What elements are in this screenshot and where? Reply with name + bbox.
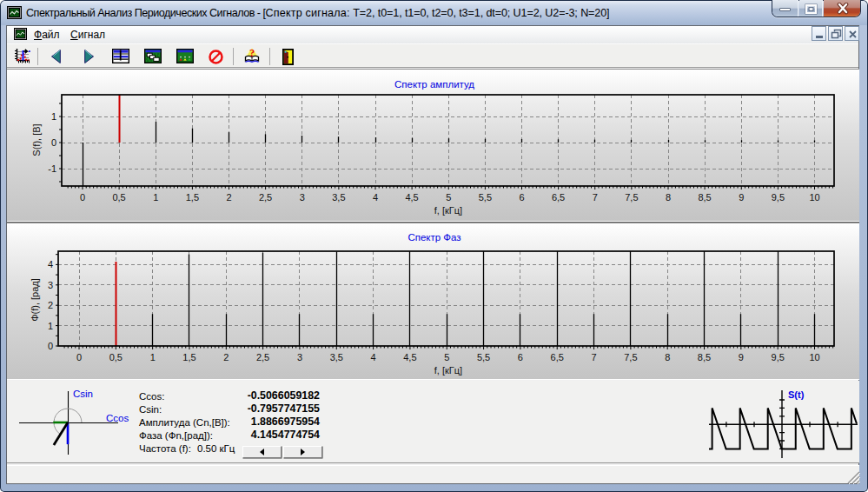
svg-text:Спектр амплитуд: Спектр амплитуд [394, 79, 474, 90]
svg-text:S(t): S(t) [788, 389, 805, 400]
svg-text:5: 5 [446, 192, 451, 203]
svg-text:7,5: 7,5 [625, 192, 638, 203]
svg-text:0: 0 [76, 352, 82, 362]
svg-text:9,5: 9,5 [772, 352, 785, 362]
svg-text:2: 2 [226, 192, 231, 203]
svg-text:9: 9 [739, 352, 744, 362]
svg-text:1: 1 [150, 352, 156, 362]
svg-text:5,5: 5,5 [479, 192, 492, 203]
svg-text:2,5: 2,5 [259, 192, 272, 203]
svg-text:6: 6 [519, 192, 524, 203]
svg-text:10: 10 [809, 192, 819, 203]
svg-text:4: 4 [48, 259, 53, 269]
svg-text:f, [кГц]: f, [кГц] [434, 205, 462, 216]
svg-text:3: 3 [48, 280, 53, 290]
svg-text:2: 2 [223, 352, 229, 362]
svg-text:1,5: 1,5 [182, 352, 195, 362]
svg-text:9,5: 9,5 [772, 192, 785, 203]
svg-text:8,5: 8,5 [698, 352, 711, 362]
svg-text:8: 8 [665, 352, 670, 362]
svg-text:6,5: 6,5 [551, 352, 564, 362]
svg-text:4: 4 [373, 192, 378, 203]
svg-text:7,5: 7,5 [624, 352, 637, 362]
svg-text:3: 3 [297, 352, 302, 362]
svg-text:10: 10 [809, 352, 819, 362]
svg-text:5: 5 [444, 352, 449, 362]
svg-text:Спектр Фаз: Спектр Фаз [407, 232, 461, 243]
svg-text:0,5: 0,5 [112, 192, 125, 203]
svg-text:2,5: 2,5 [256, 352, 269, 362]
svg-text:0: 0 [48, 341, 53, 351]
svg-text:9: 9 [739, 192, 744, 203]
svg-text:8,5: 8,5 [698, 192, 711, 203]
svg-text:f, [кГц]: f, [кГц] [434, 365, 462, 376]
svg-text:4,5: 4,5 [405, 192, 418, 203]
svg-text:1: 1 [153, 192, 158, 203]
svg-text:3,5: 3,5 [332, 192, 345, 203]
svg-text:S(f), [В]: S(f), [В] [31, 123, 42, 156]
svg-text:0: 0 [51, 137, 56, 148]
svg-text:3,5: 3,5 [330, 352, 343, 362]
svg-text:4: 4 [371, 352, 376, 362]
svg-text:7: 7 [593, 192, 598, 203]
svg-text:5,5: 5,5 [477, 352, 490, 362]
svg-text:3: 3 [300, 192, 305, 203]
svg-text:1,5: 1,5 [186, 192, 199, 203]
svg-text:0: 0 [80, 192, 85, 203]
svg-text:-1: -1 [48, 163, 56, 174]
svg-text:8: 8 [666, 192, 671, 203]
svg-text:Ф(f), [рад]: Ф(f), [рад] [30, 278, 40, 322]
svg-text:0,5: 0,5 [109, 352, 123, 362]
svg-text:4,5: 4,5 [403, 352, 416, 362]
svg-text:1: 1 [51, 111, 56, 122]
svg-text:?: ? [249, 48, 255, 59]
svg-text:6: 6 [518, 352, 523, 362]
svg-text:1: 1 [48, 321, 53, 331]
svg-text:6,5: 6,5 [552, 192, 565, 203]
svg-text:2: 2 [48, 300, 53, 310]
svg-text:7: 7 [592, 352, 597, 362]
